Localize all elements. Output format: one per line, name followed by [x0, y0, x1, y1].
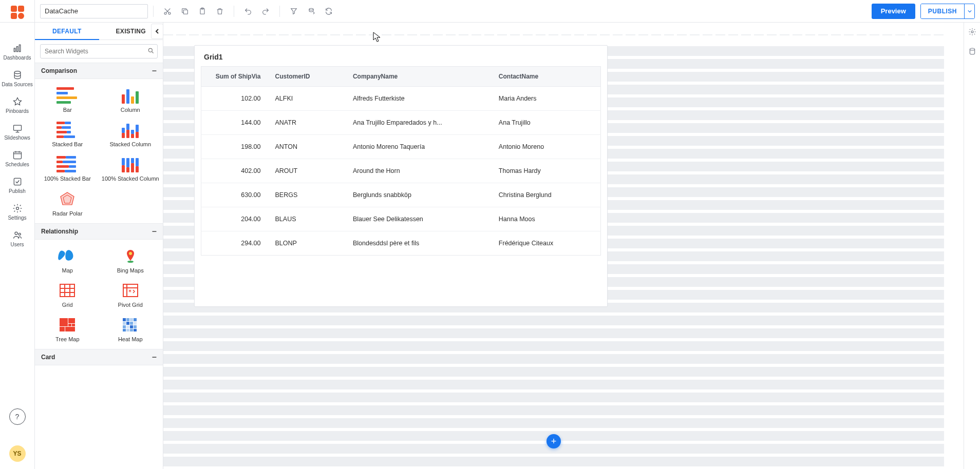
preview-button[interactable]: Preview	[872, 4, 915, 19]
svg-rect-53	[130, 329, 133, 331]
svg-rect-36	[72, 324, 75, 326]
column-header[interactable]: CustomerID	[268, 67, 346, 87]
widget-label: Bar	[63, 107, 72, 113]
table-row[interactable]: 198.00ANTONAntonio Moreno TaqueríaAntoni…	[201, 135, 601, 159]
widget-label: Pivot Grid	[118, 302, 143, 308]
dashboard-name-input[interactable]	[40, 4, 148, 18]
copy-icon[interactable]	[176, 3, 194, 20]
refresh-icon[interactable]	[320, 3, 337, 20]
nav-label: Slideshows	[4, 135, 30, 141]
cut-icon[interactable]	[159, 3, 176, 20]
svg-rect-51	[123, 329, 126, 331]
publish-button[interactable]: PUBLISH	[921, 4, 964, 18]
topbar: Preview PUBLISH	[0, 0, 980, 23]
properties-icon[interactable]	[968, 28, 976, 38]
widget-100-stacked-column[interactable]: 100% Stacked Column	[99, 151, 162, 185]
table-cell: BERGS	[268, 183, 346, 207]
svg-point-7	[14, 71, 21, 74]
table-row[interactable]: 144.00ANATRAna Trujillo Emparedados y h.…	[201, 111, 601, 135]
table-cell: 204.00	[201, 207, 268, 231]
table-row[interactable]: 204.00BLAUSBlauer See DelikatessenHanna …	[201, 207, 601, 231]
svg-rect-54	[134, 329, 137, 331]
table-cell: Antonio Moreno Taquería	[346, 135, 492, 159]
widget-100-stacked-bar[interactable]: 100% Stacked Bar	[36, 151, 99, 185]
nav-label: Dashboards	[4, 55, 31, 61]
collapse-palette-button[interactable]	[151, 24, 163, 39]
nav-schedules[interactable]: Schedules	[0, 146, 34, 172]
widget-pivot-grid[interactable]: Pivot Grid	[99, 277, 162, 311]
widget-grid-chart[interactable]: Grid	[36, 277, 99, 311]
undo-icon[interactable]	[239, 3, 257, 20]
nav-dashboards[interactable]: Dashboards	[0, 39, 34, 66]
filter-icon[interactable]	[285, 3, 303, 20]
paste-icon[interactable]	[194, 3, 211, 20]
widget-bar[interactable]: Bar	[36, 82, 99, 116]
collapse-icon: –	[152, 353, 157, 362]
svg-rect-25	[60, 284, 74, 297]
widget-palette: DEFAULT EXISTING Comparison –	[35, 23, 163, 469]
nav-users[interactable]: Users	[0, 226, 34, 252]
table-cell: Blauer See Delikatessen	[346, 207, 492, 231]
table-row[interactable]: 102.00ALFKIAlfreds FutterkisteMaria Ande…	[201, 87, 601, 111]
widget-map[interactable]: Map	[36, 243, 99, 277]
svg-rect-49	[130, 325, 133, 328]
svg-marker-21	[61, 192, 74, 205]
group-title: Comparison	[41, 67, 77, 74]
nav-slideshows[interactable]: Slideshows	[0, 119, 34, 146]
svg-point-56	[970, 48, 974, 50]
data-table: Sum of ShipVia CustomerID CompanyName Co…	[201, 66, 601, 256]
widget-stacked-column[interactable]: Stacked Column	[99, 116, 162, 151]
group-header-comparison[interactable]: Comparison –	[35, 63, 163, 79]
table-cell: 294.00	[201, 231, 268, 256]
data-panel-icon[interactable]	[968, 47, 976, 57]
column-header[interactable]: ContactName	[492, 67, 601, 87]
table-row[interactable]: 402.00AROUTAround the HornThomas Hardy	[201, 159, 601, 183]
table-row[interactable]: 294.00BLONPBlondesddsl père et filsFrédé…	[201, 231, 601, 256]
widget-label: Stacked Column	[109, 141, 151, 148]
nav-pinboards[interactable]: Pinboards	[0, 92, 34, 119]
widget-column[interactable]: Column	[99, 82, 162, 116]
widget-label: 100% Stacked Bar	[44, 175, 91, 182]
publish-dropdown[interactable]	[964, 4, 974, 18]
widget-bing-maps[interactable]: Bing Maps	[99, 243, 162, 277]
table-cell: AROUT	[268, 159, 346, 183]
user-avatar[interactable]: YS	[9, 445, 26, 462]
nav-settings[interactable]: Settings	[0, 199, 34, 226]
svg-rect-38	[65, 327, 75, 331]
nav-rail: Dashboards Data Sources Pinboards Slides…	[0, 0, 35, 469]
table-row[interactable]: 630.00BERGSBerglunds snabbköpChristina B…	[201, 183, 601, 207]
widget-radar-polar[interactable]: Radar Polar	[36, 186, 99, 220]
nav-data-sources[interactable]: Data Sources	[0, 66, 34, 92]
column-header[interactable]: CompanyName	[346, 67, 492, 87]
delete-icon[interactable]	[211, 3, 229, 20]
table-cell: Christina Berglund	[492, 183, 601, 207]
link-data-icon[interactable]	[303, 3, 320, 20]
canvas-area[interactable]: Grid1 Sum of ShipVia CustomerID CompanyN…	[163, 23, 964, 469]
add-tab-button[interactable]: +	[546, 434, 561, 448]
palette-tabs: DEFAULT EXISTING	[35, 23, 163, 40]
group-header-card[interactable]: Card –	[35, 349, 163, 365]
widget-heat-map[interactable]: Heat Map	[99, 311, 162, 346]
widget-label: Tree Map	[55, 336, 80, 343]
publish-button-group: PUBLISH	[920, 4, 975, 19]
svg-rect-35	[68, 324, 71, 326]
column-header[interactable]: Sum of ShipVia	[201, 67, 268, 87]
widget-label: Stacked Bar	[52, 141, 83, 148]
widget-label: Heat Map	[118, 336, 143, 343]
nav-label: Data Sources	[2, 82, 33, 87]
table-cell: Alfreds Futterkiste	[346, 87, 492, 111]
widget-tree-map[interactable]: Tree Map	[36, 311, 99, 346]
search-icon	[147, 47, 155, 56]
table-cell: 630.00	[201, 183, 268, 207]
help-button[interactable]: ?	[9, 408, 26, 425]
tab-default[interactable]: DEFAULT	[35, 28, 99, 35]
search-input[interactable]	[40, 44, 158, 58]
svg-rect-6	[19, 45, 21, 51]
widget-stacked-bar[interactable]: Stacked Bar	[36, 116, 99, 151]
collapse-icon: –	[152, 227, 157, 236]
grid-widget[interactable]: Grid1 Sum of ShipVia CustomerID CompanyN…	[194, 45, 608, 307]
table-cell: Ana Trujillo	[492, 111, 601, 135]
redo-icon[interactable]	[257, 3, 274, 20]
nav-publish[interactable]: Publish	[0, 172, 34, 199]
group-header-relationship[interactable]: Relationship –	[35, 223, 163, 240]
